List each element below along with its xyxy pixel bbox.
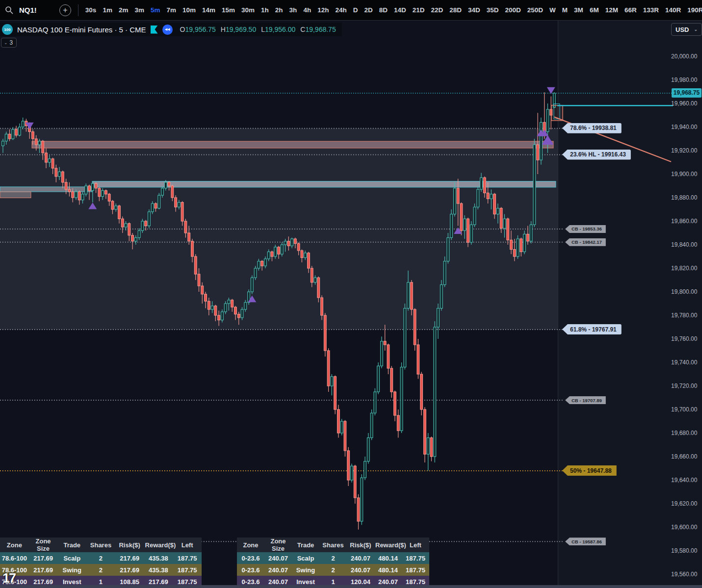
table-cell: 217.69 [115, 564, 144, 576]
search-icon[interactable] [5, 6, 13, 14]
table-cell: 187.75 [402, 564, 429, 576]
table-cell: Scalp [292, 552, 319, 564]
timeframe-12h[interactable]: 12h [317, 6, 329, 14]
timeframe-2m[interactable]: 2m [119, 6, 129, 14]
timeframe-30m[interactable]: 30m [241, 6, 255, 14]
level-label[interactable]: CB - 19842.17 [565, 238, 606, 246]
level-label[interactable]: CB - 19587.86 [565, 537, 606, 545]
table-cell: 0-23.6 [237, 564, 264, 576]
timeframe-35D[interactable]: 35D [487, 6, 499, 14]
timeframe-6M[interactable]: 6M [590, 6, 599, 14]
table-cell: 2 [86, 564, 115, 576]
axis-tick: 19,580.00 [671, 547, 697, 554]
timeframe-5m[interactable]: 5m [151, 6, 160, 14]
currency-selector[interactable]: USD ⌄ [671, 23, 702, 36]
timeframe-133R[interactable]: 133R [643, 6, 659, 14]
flag-icon[interactable] [151, 26, 158, 34]
axis-tick: 19,600.00 [671, 524, 697, 531]
table-cell: 217.69 [29, 552, 58, 564]
timeframe-3h[interactable]: 3h [289, 6, 297, 14]
window-bottom-bar [0, 585, 702, 588]
column-header: Reward($) [144, 537, 173, 552]
column-header: Zone Size [29, 537, 58, 552]
tradingview-logo[interactable]: 17 [2, 571, 15, 586]
ohlc-l: L19,956.00 [261, 26, 295, 33]
column-header: Shares [86, 537, 115, 552]
axis-tick: 19,740.00 [671, 359, 697, 366]
axis-tick: 19,880.00 [671, 194, 697, 201]
timeframe-30s[interactable]: 30s [85, 6, 97, 14]
chart-plot-area[interactable] [0, 21, 558, 585]
timeframe-14D[interactable]: 14D [394, 6, 406, 14]
level-label[interactable]: CB - 19707.89 [565, 396, 606, 404]
timeframe-2h[interactable]: 2h [275, 6, 283, 14]
timeframe-W[interactable]: W [549, 6, 556, 14]
axis-tick: 19,860.00 [671, 218, 697, 225]
add-symbol-icon[interactable]: + [59, 4, 71, 16]
last-price-badge: 19,968.75 [672, 88, 702, 98]
timeframe-14m[interactable]: 14m [202, 6, 215, 14]
axis-tick: 19,560.00 [671, 571, 697, 578]
timeframe-8D[interactable]: 8D [379, 6, 388, 14]
symbol-ticker[interactable]: NQ1! [19, 6, 37, 14]
axis-tick: 19,640.00 [671, 477, 697, 484]
timeframe-3M[interactable]: 3M [574, 6, 583, 14]
axis-tick: 19,800.00 [671, 288, 697, 295]
currency-value: USD [676, 26, 689, 33]
table-cell: 217.69 [115, 552, 144, 564]
axis-tick: 19,980.00 [671, 77, 697, 83]
indicators-toggle-button[interactable]: ⌄ 3 [1, 38, 17, 48]
table-cell: 187.75 [173, 552, 202, 564]
level-label[interactable]: 61.8% - 19767.91 [562, 324, 622, 334]
timeframe-21D[interactable]: 21D [413, 6, 425, 14]
timeframe-4h[interactable]: 4h [303, 6, 311, 14]
timeframe-2D[interactable]: 2D [364, 6, 372, 14]
table-cell: 78.6-100 [0, 552, 29, 564]
timeframe-D[interactable]: D [353, 6, 358, 14]
column-header: Risk($) [347, 537, 374, 552]
column-header: Trade [57, 537, 86, 552]
timeframe-15m[interactable]: 15m [222, 6, 235, 14]
table-row: 78.6-100217.69Scalp2217.69435.38187.75 [0, 552, 202, 564]
table-cell: 2 [319, 564, 347, 576]
chevron-down-icon: ⌄ [4, 40, 8, 45]
timeframe-200D[interactable]: 200D [505, 6, 521, 14]
timeframe-28D[interactable]: 28D [449, 6, 462, 14]
timeframe-34D[interactable]: 34D [468, 6, 480, 14]
table-cell: 435.38 [144, 552, 173, 564]
timeframe-140R[interactable]: 140R [665, 6, 681, 14]
replay-rewind-icon[interactable]: ◀◀ [162, 25, 173, 35]
level-label[interactable]: CB - 19853.36 [565, 225, 606, 233]
timeframe-10m[interactable]: 10m [182, 6, 196, 14]
level-label[interactable]: 50% - 19647.88 [562, 465, 617, 476]
timeframe-12M[interactable]: 12M [605, 6, 618, 14]
symbol-legend[interactable]: 100 NASDAQ 100 E-mini Futures · 5 · CME … [0, 23, 342, 36]
axis-tick: 19,820.00 [671, 265, 697, 272]
timeframe-M[interactable]: M [562, 6, 568, 14]
table-cell: 187.75 [402, 552, 429, 564]
timeframe-66R[interactable]: 66R [624, 6, 637, 14]
table-cell: 217.69 [29, 564, 58, 576]
timeframe-22D[interactable]: 22D [431, 6, 443, 14]
ohlc-values: O19,956.75H19,969.50L19,956.00C19,968.75 [180, 26, 336, 33]
timeframe-7m[interactable]: 7m [166, 6, 176, 14]
table-row: 0-23.6240.07Swing2240.07480.14187.75 [237, 564, 429, 576]
timeframe-1m[interactable]: 1m [103, 6, 112, 14]
timeframe-190R[interactable]: 190R [687, 6, 702, 14]
timeframe-1h[interactable]: 1h [261, 6, 269, 14]
timeframe-3m[interactable]: 3m [134, 6, 144, 14]
symbol-title[interactable]: NASDAQ 100 E-mini Futures · 5 · CME [17, 26, 146, 34]
timeframe-24h[interactable]: 24h [335, 6, 346, 14]
level-label[interactable]: 78.6% - 19938.81 [562, 123, 622, 133]
axis-tick: 19,840.00 [671, 241, 697, 248]
axis-tick: 19,940.00 [671, 124, 697, 130]
zone-table-right: ZoneZone SizeTradeSharesRisk($)Reward($)… [237, 537, 429, 588]
level-label[interactable]: 23.6% HL - 19916.43 [562, 150, 631, 160]
ohlc-o: O19,956.75 [180, 26, 216, 33]
table-cell: 435.38 [144, 564, 173, 576]
table-cell: 2 [86, 552, 115, 564]
column-header: Zone Size [264, 537, 292, 552]
timeframe-250D[interactable]: 250D [527, 6, 543, 14]
table-cell: 2 [319, 552, 347, 564]
ohlc-c: C19,968.75 [300, 26, 336, 33]
